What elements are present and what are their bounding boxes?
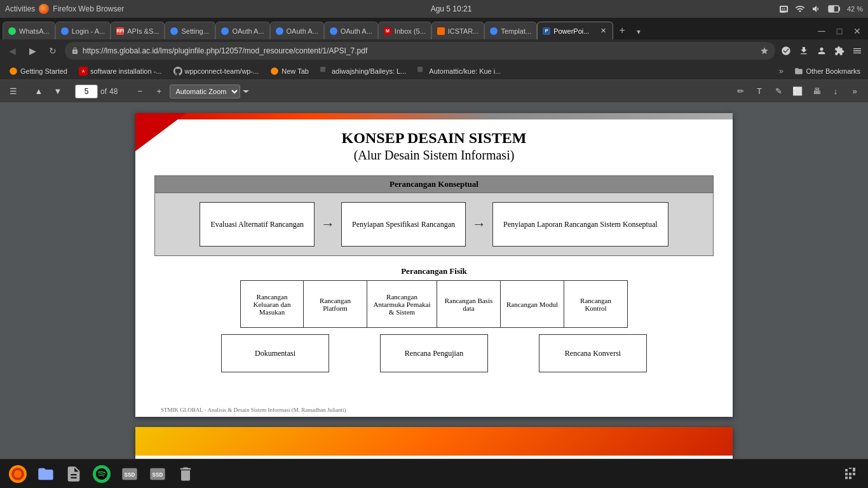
google-favicon-4 — [276, 27, 283, 35]
activities-label[interactable]: Activities — [5, 4, 35, 13]
tab-list-button[interactable]: ▾ — [631, 24, 646, 39]
phys-box1: Rancangan Keluaran dan Masukan — [240, 280, 304, 328]
svg-rect-6 — [320, 67, 325, 72]
extensions-icon[interactable] — [832, 44, 846, 58]
volume-icon[interactable] — [811, 4, 822, 14]
gmail-favicon: M — [384, 27, 391, 35]
svg-rect-7 — [417, 67, 423, 72]
tab-label-9: ICSTAR... — [448, 27, 479, 35]
lock-icon — [71, 47, 79, 55]
box-penyiapan-laporan: Penyiapan Laporan Rancangan Sistem Konse… — [492, 202, 668, 247]
image-tool-button[interactable]: ⬜ — [789, 83, 806, 100]
page-number-input[interactable] — [75, 85, 98, 98]
tab-login[interactable]: Login - A... — [55, 22, 111, 39]
minimize-button[interactable]: ─ — [813, 23, 830, 39]
phys-box2: Rancangan Platform — [304, 280, 367, 328]
bookmark-label-2: wppconnect-team/wp-... — [185, 67, 259, 75]
tab-label-4: Setting... — [181, 27, 208, 35]
print-button[interactable]: 🖶 — [808, 83, 825, 100]
svg-point-2 — [10, 67, 17, 75]
bookmark-label-3: New Tab — [281, 67, 309, 75]
taskbar-files[interactable] — [33, 461, 58, 487]
tab-apis[interactable]: RPI APIs &S... — [111, 22, 165, 39]
back-button[interactable]: ◀ — [4, 43, 20, 59]
bookmark-wppconnect[interactable]: wppconnect-team/wp-... — [168, 64, 264, 78]
tab-ppt[interactable]: P PowerPoi... ✕ — [537, 22, 613, 39]
bookmark-getting-started[interactable]: Getting Started — [4, 64, 72, 78]
battery-icon — [828, 4, 841, 13]
navbar: ◀ ▶ ↻ https://lms.global.ac.id/lms/plugi… — [0, 39, 868, 62]
svg-point-5 — [271, 67, 278, 75]
github-icon-2 — [320, 67, 329, 76]
tab-settings[interactable]: Setting... — [165, 22, 215, 39]
browser-label: Firefox Web Browser — [53, 4, 124, 13]
bookmark-label-1: software installation -... — [90, 67, 162, 75]
sidebar-toggle-button[interactable]: ☰ — [5, 83, 22, 100]
menu-icon[interactable] — [850, 44, 864, 58]
prev-page-button[interactable]: ▲ — [31, 83, 47, 100]
page6-deco — [135, 427, 733, 456]
files-taskbar-icon — [37, 465, 55, 483]
zoom-in-button[interactable]: + — [151, 83, 167, 100]
maximize-button[interactable]: □ — [831, 23, 848, 39]
tab-close-ppt[interactable]: ✕ — [599, 27, 607, 36]
bookmark-newtab[interactable]: New Tab — [265, 64, 314, 78]
tab-whatsapp[interactable]: WhatsA... — [3, 22, 55, 39]
section1-header: Perancangan Konseptual — [154, 175, 714, 193]
zoom-out-button[interactable]: − — [132, 83, 148, 100]
editor-taskbar-icon — [65, 465, 83, 483]
taskbar-firefox[interactable] — [5, 461, 31, 487]
google-favicon-2 — [170, 27, 178, 35]
firefox-sync-icon[interactable] — [779, 44, 793, 58]
annotate-button[interactable]: ✏ — [732, 83, 749, 100]
new-tab-button[interactable]: + — [613, 22, 631, 39]
tab-oauth3[interactable]: OAuth A... — [324, 22, 378, 39]
wifi-icon — [795, 4, 805, 14]
zoom-dropdown-icon — [243, 88, 249, 95]
disk2-taskbar-icon: SSD — [149, 465, 166, 483]
box-evaluasi: Evaluasi Alternatif Rancangan — [200, 202, 315, 247]
text-tool-button[interactable]: T — [751, 83, 768, 100]
tab-template[interactable]: Templat... — [484, 22, 537, 39]
next-page-button[interactable]: ▼ — [50, 83, 66, 100]
discord-icon[interactable] — [778, 4, 789, 14]
google-favicon-1 — [61, 27, 69, 35]
bookmark-software[interactable]: A software installation -... — [74, 64, 167, 78]
forward-button[interactable]: ▶ — [24, 43, 41, 59]
ppt-favicon: P — [543, 27, 550, 35]
draw-button[interactable]: ✎ — [770, 83, 787, 100]
nav-icons — [779, 44, 864, 58]
page5-content: KONSEP DESAIN SISTEM (Alur Desain Sistem… — [135, 118, 733, 379]
tabbar: WhatsA... Login - A... RPI APIs &S... Se… — [0, 18, 868, 39]
download-icon[interactable] — [797, 44, 811, 58]
tab-oauth2[interactable]: OAuth A... — [270, 22, 324, 39]
more-tools-button[interactable]: » — [846, 83, 863, 100]
titlebar-right: 42 % — [778, 4, 863, 14]
taskbar-editor[interactable] — [61, 461, 86, 487]
address-bar[interactable]: https://lms.global.ac.id/lms/pluginfile.… — [65, 42, 775, 60]
bookmark-kue[interactable]: Automattic/kue: Kue i... — [412, 64, 506, 78]
other-bookmarks-button[interactable]: Other Bookmarks — [790, 64, 864, 78]
profile-icon[interactable] — [815, 44, 829, 58]
bookmarks-more-icon[interactable]: » — [774, 64, 788, 78]
close-button[interactable]: ✕ — [849, 23, 865, 39]
bookmarks-bar: Getting Started A software installation … — [0, 62, 868, 80]
tab-inbox[interactable]: M Inbox (5... — [378, 22, 431, 39]
taskbar-disk1[interactable]: SSD — [117, 461, 142, 487]
taskbar-disk2[interactable]: SSD — [145, 461, 170, 487]
bookmark-baileys[interactable]: adiwajshing/Baileys: L... — [315, 64, 411, 78]
taskbar-app-grid[interactable] — [837, 461, 863, 487]
zoom-select[interactable]: Automatic Zoom — [170, 85, 240, 98]
reload-button[interactable]: ↻ — [44, 43, 61, 59]
tab-oauth1[interactable]: OAuth A... — [215, 22, 269, 39]
tab-label-10: Templat... — [501, 27, 531, 35]
tab-label-7: OAuth A... — [341, 27, 372, 35]
save-pdf-button[interactable]: ↓ — [827, 83, 844, 100]
star-bookmark-icon[interactable] — [760, 46, 769, 55]
taskbar-trash[interactable] — [173, 461, 198, 487]
pdf-container[interactable]: KONSEP DESAIN SISTEM (Alur Desain Sistem… — [0, 103, 868, 488]
firefox-taskbar-icon — [8, 464, 28, 484]
tab-icstar[interactable]: ICSTAR... — [431, 22, 485, 39]
taskbar-spotify[interactable] — [89, 461, 114, 487]
phys-box4: Rancangan Basis data — [437, 280, 501, 328]
